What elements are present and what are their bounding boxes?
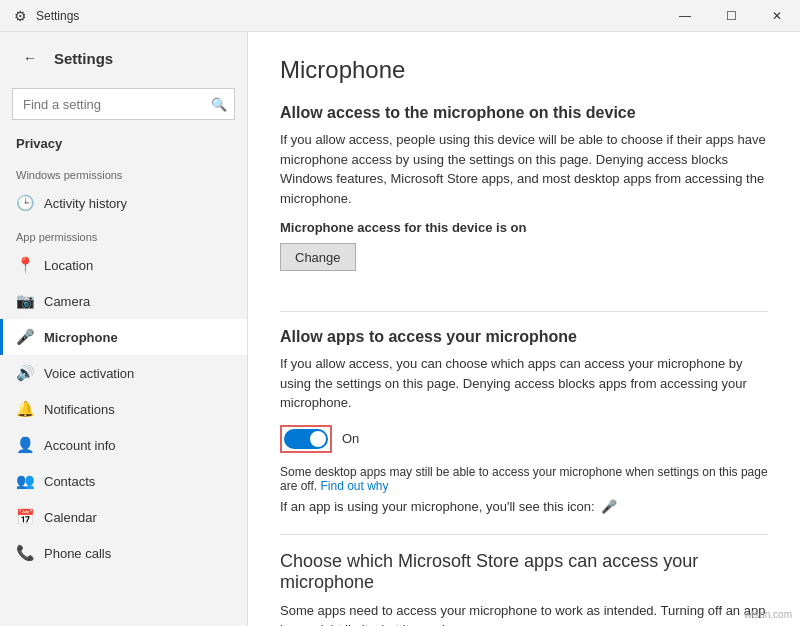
titlebar-left: ⚙ Settings (12, 8, 79, 24)
sidebar-item-location[interactable]: 📍 Location (0, 247, 247, 283)
location-icon: 📍 (16, 256, 34, 274)
sidebar-header: ← Settings (0, 32, 247, 84)
sidebar-item-contacts[interactable]: 👥 Contacts (0, 463, 247, 499)
toggle-container (280, 425, 332, 453)
titlebar-title: Settings (36, 9, 79, 23)
sidebar-item-activity-history[interactable]: 🕒 Activity history (0, 185, 247, 221)
windows-permissions-label: Windows permissions (0, 159, 247, 185)
microphone-indicator-icon: 🎤 (601, 499, 617, 514)
microphone-toggle[interactable] (284, 429, 328, 449)
sidebar-item-label: Voice activation (44, 366, 134, 381)
sidebar-item-notifications[interactable]: 🔔 Notifications (0, 391, 247, 427)
sidebar-item-label: Notifications (44, 402, 115, 417)
search-icon: 🔍 (211, 97, 227, 112)
sidebar-item-account-info[interactable]: 👤 Account info (0, 427, 247, 463)
section1-description: If you allow access, people using this d… (280, 130, 768, 208)
search-box: 🔍 (12, 88, 235, 120)
activity-history-icon: 🕒 (16, 194, 34, 212)
app-permissions-label: App permissions (0, 221, 247, 247)
titlebar-controls: — ☐ ✕ (662, 0, 800, 32)
toggle-row: On (280, 425, 768, 453)
section2-heading: Allow apps to access your microphone (280, 328, 768, 346)
main-content: Microphone Allow access to the microphon… (248, 32, 800, 626)
sidebar-item-microphone[interactable]: 🎤 Microphone (0, 319, 247, 355)
calendar-icon: 📅 (16, 508, 34, 526)
page-title: Microphone (280, 56, 768, 84)
account-info-icon: 👤 (16, 436, 34, 454)
device-status: Microphone access for this device is on (280, 220, 768, 235)
section2-description: If you allow access, you can choose whic… (280, 354, 768, 413)
settings-icon: ⚙ (12, 8, 28, 24)
sidebar-item-label: Account info (44, 438, 116, 453)
divider-1 (280, 311, 768, 312)
phone-calls-icon: 📞 (16, 544, 34, 562)
titlebar: ⚙ Settings — ☐ ✕ (0, 0, 800, 32)
maximize-button[interactable]: ☐ (708, 0, 754, 32)
sidebar-item-label: Microphone (44, 330, 118, 345)
section3-heading: Choose which Microsoft Store apps can ac… (280, 551, 768, 593)
microphone-icon: 🎤 (16, 328, 34, 346)
privacy-label: Privacy (0, 132, 247, 159)
sidebar-item-label: Phone calls (44, 546, 111, 561)
divider-2 (280, 534, 768, 535)
sidebar-item-label: Camera (44, 294, 90, 309)
contacts-icon: 👥 (16, 472, 34, 490)
sidebar-item-calendar[interactable]: 📅 Calendar (0, 499, 247, 535)
voice-activation-icon: 🔊 (16, 364, 34, 382)
minimize-button[interactable]: — (662, 0, 708, 32)
app-container: ← Settings 🔍 Privacy Windows permissions… (0, 32, 800, 626)
section1-heading: Allow access to the microphone on this d… (280, 104, 768, 122)
sidebar-item-voice-activation[interactable]: 🔊 Voice activation (0, 355, 247, 391)
notifications-icon: 🔔 (16, 400, 34, 418)
sidebar: ← Settings 🔍 Privacy Windows permissions… (0, 32, 248, 626)
toggle-label: On (342, 431, 359, 446)
sidebar-item-label: Calendar (44, 510, 97, 525)
toggle-thumb (310, 431, 326, 447)
close-button[interactable]: ✕ (754, 0, 800, 32)
sidebar-item-camera[interactable]: 📷 Camera (0, 283, 247, 319)
section3-description: Some apps need to access your microphone… (280, 601, 768, 627)
sidebar-item-phone-calls[interactable]: 📞 Phone calls (0, 535, 247, 571)
desktop-note: Some desktop apps may still be able to a… (280, 465, 768, 493)
icon-note: If an app is using your microphone, you'… (280, 499, 768, 514)
sidebar-item-label: Contacts (44, 474, 95, 489)
sidebar-title: Settings (54, 50, 113, 67)
search-input[interactable] (12, 88, 235, 120)
change-button[interactable]: Change (280, 243, 356, 271)
camera-icon: 📷 (16, 292, 34, 310)
sidebar-item-label: Location (44, 258, 93, 273)
sidebar-item-label: Activity history (44, 196, 127, 211)
icon-note-text: If an app is using your microphone, you'… (280, 499, 595, 514)
back-button[interactable]: ← (16, 44, 44, 72)
find-out-why-link[interactable]: Find out why (320, 479, 388, 493)
